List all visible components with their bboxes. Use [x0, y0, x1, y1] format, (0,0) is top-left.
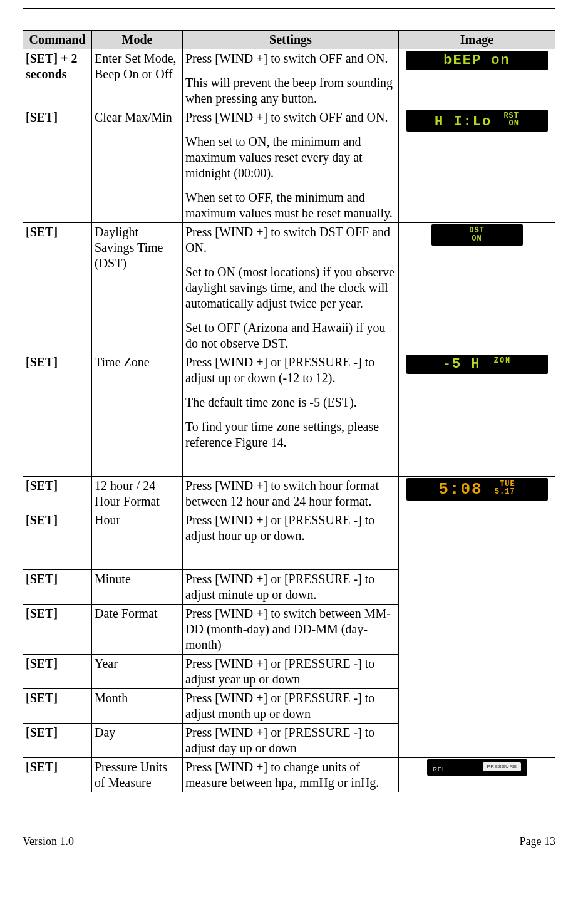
cell-command: [SET]: [23, 477, 92, 511]
cell-command: [SET]: [23, 353, 92, 477]
cell-mode: Hour: [92, 511, 183, 570]
header-mode: Mode: [92, 31, 183, 49]
top-rule: [23, 8, 555, 9]
cell-mode: Date Format: [92, 605, 183, 655]
cell-image: REL PRESSURE: [399, 758, 555, 792]
settings-paragraph: Press [WIND +] to change units of measur…: [185, 759, 396, 791]
settings-paragraph: Press [WIND +] or [PRESSURE -] to adjust…: [185, 571, 396, 603]
cell-command: [SET]: [23, 223, 92, 353]
settings-paragraph: To find your time zone settings, please …: [185, 419, 396, 450]
cell-settings: Press [WIND +] or [PRESSURE -] to adjust…: [183, 689, 399, 724]
cell-image: DST ON: [399, 223, 555, 353]
settings-paragraph: The default time zone is -5 (EST).: [185, 395, 396, 410]
cell-settings: Press [WIND +] to switch OFF and ON. Whe…: [183, 108, 399, 223]
cell-settings: Press [WIND +] or [PRESSURE -] to adjust…: [183, 655, 399, 689]
settings-paragraph: Press [WIND +] to switch hour format bet…: [185, 478, 396, 509]
cell-command: [SET]: [23, 570, 92, 605]
cell-settings: Press [WIND +] or [PRESSURE -] to adjust…: [183, 570, 399, 605]
cell-mode: Enter Set Mode, Beep On or Off: [92, 49, 183, 108]
cell-mode: 12 hour / 24 Hour Format: [92, 477, 183, 511]
footer-page: Page 13: [520, 835, 556, 848]
cell-image: -5 H ZON: [399, 353, 555, 477]
settings-paragraph: Press [WIND +] to switch DST OFF and ON.: [185, 224, 396, 256]
header-settings: Settings: [183, 31, 399, 49]
cell-mode: Daylight Savings Time (DST): [92, 223, 183, 353]
lcd-pressure: REL PRESSURE: [427, 759, 527, 776]
header-image: Image: [399, 31, 555, 49]
cell-command: [SET] + 2 seconds: [23, 49, 92, 108]
lcd-right-col: RST ON: [503, 112, 519, 127]
cell-settings: Press [WIND +] to switch OFF and ON. Thi…: [183, 49, 399, 108]
settings-paragraph: Set to OFF (Arizona and Hawaii) if you d…: [185, 320, 396, 351]
settings-table: Command Mode Settings Image [SET] + 2 se…: [23, 30, 555, 792]
cell-settings: Press [WIND +] to change units of measur…: [183, 758, 399, 792]
cell-image: H I:Lo RST ON: [399, 108, 555, 223]
lcd-clock: 5:08 TUE 5.17: [406, 478, 548, 501]
lcd-hilo: H I:Lo RST ON: [406, 110, 548, 132]
cell-mode: Minute: [92, 570, 183, 605]
settings-paragraph: Press [WIND +] or [PRESSURE -] to adjust…: [185, 725, 396, 756]
table-row: [SET] Clear Max/Min Press [WIND +] to sw…: [23, 108, 555, 223]
lcd-pressure-btn: PRESSURE: [483, 762, 520, 771]
cell-mode: Year: [92, 655, 183, 689]
settings-paragraph: Set to ON (most locations) if you observ…: [185, 264, 396, 311]
table-row: [SET] 12 hour / 24 Hour Format Press [WI…: [23, 477, 555, 511]
cell-command: [SET]: [23, 758, 92, 792]
cell-mode: Pressure Units of Measure: [92, 758, 183, 792]
cell-settings: Press [WIND +] to switch DST OFF and ON.…: [183, 223, 399, 353]
cell-command: [SET]: [23, 108, 92, 223]
lcd-main: -5 H: [443, 356, 481, 372]
settings-paragraph: This will prevent the beep from sounding…: [185, 75, 396, 106]
lcd-on: ON: [509, 119, 519, 128]
table-row: [SET] Daylight Savings Time (DST) Press …: [23, 223, 555, 353]
cell-mode: Clear Max/Min: [92, 108, 183, 223]
cell-image: bEEP on: [399, 49, 555, 108]
settings-paragraph: Press [WIND +] or [PRESSURE -] to adjust…: [185, 690, 396, 722]
lcd-zon-label: ZON: [494, 357, 512, 365]
page-footer: Version 1.0 Page 13: [23, 835, 555, 848]
cell-command: [SET]: [23, 655, 92, 689]
settings-paragraph: Press [WIND +] to switch OFF and ON.: [185, 51, 396, 66]
settings-paragraph: When set to ON, the minimum and maximum …: [185, 134, 396, 181]
settings-paragraph: Press [WIND +] or [PRESSURE -] to adjust…: [185, 656, 396, 687]
lcd-dst: DST ON: [431, 224, 523, 246]
lcd-timezone: -5 H ZON: [406, 355, 548, 374]
settings-paragraph: Press [WIND +] to switch OFF and ON.: [185, 110, 396, 125]
cell-command: [SET]: [23, 689, 92, 724]
cell-settings: Press [WIND +] or [PRESSURE -] to adjust…: [183, 511, 399, 570]
cell-command: [SET]: [23, 511, 92, 570]
settings-paragraph: Press [WIND +] or [PRESSURE -] to adjust…: [185, 512, 396, 544]
settings-paragraph: When set to OFF, the minimum and maximum…: [185, 190, 396, 221]
cell-mode: Time Zone: [92, 353, 183, 477]
cell-command: [SET]: [23, 724, 92, 758]
lcd-beep: bEEP on: [406, 51, 548, 70]
cell-settings: Press [WIND +] to switch between MM-DD (…: [183, 605, 399, 655]
cell-mode: Day: [92, 724, 183, 758]
lcd-bot: ON: [436, 235, 518, 243]
settings-paragraph: Press [WIND +] or [PRESSURE -] to adjust…: [185, 355, 396, 386]
lcd-time: 5:08: [438, 480, 482, 499]
cell-settings: Press [WIND +] or [PRESSURE -] to adjust…: [183, 353, 399, 477]
lcd-rel-label: REL: [433, 766, 446, 773]
cell-settings: Press [WIND +] to switch hour format bet…: [183, 477, 399, 511]
cell-settings: Press [WIND +] or [PRESSURE -] to adjust…: [183, 724, 399, 758]
table-row: [SET] Pressure Units of Measure Press [W…: [23, 758, 555, 792]
lcd-date: 5.17: [495, 487, 515, 496]
table-header-row: Command Mode Settings Image: [23, 31, 555, 49]
header-command: Command: [23, 31, 92, 49]
lcd-day-date: TUE 5.17: [495, 480, 515, 496]
table-row: [SET] + 2 seconds Enter Set Mode, Beep O…: [23, 49, 555, 108]
cell-mode: Month: [92, 689, 183, 724]
table-row: [SET] Time Zone Press [WIND +] or [PRESS…: [23, 353, 555, 477]
lcd-main: H I:Lo: [435, 114, 492, 130]
cell-image: 5:08 TUE 5.17: [399, 477, 555, 758]
cell-command: [SET]: [23, 605, 92, 655]
footer-version: Version 1.0: [23, 835, 74, 848]
settings-paragraph: Press [WIND +] to switch between MM-DD (…: [185, 606, 396, 653]
